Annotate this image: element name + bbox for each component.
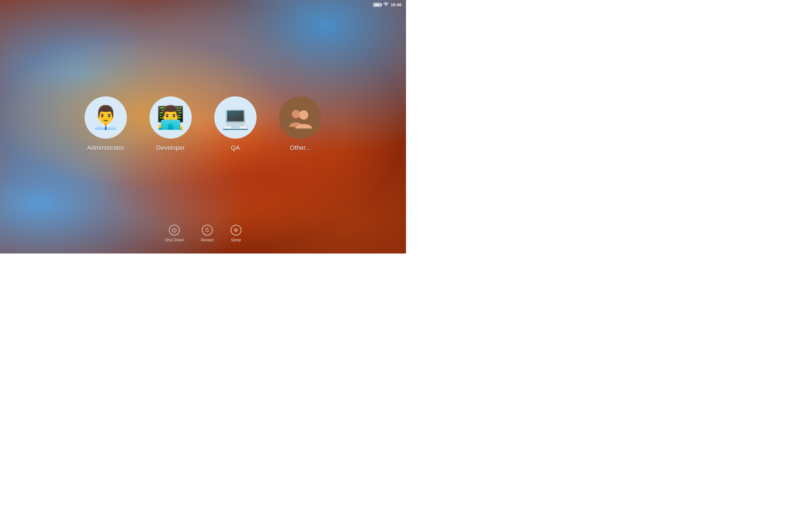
status-bar: 10:40: [369, 0, 406, 9]
shut-down-button[interactable]: Shut Down: [165, 225, 184, 242]
user-accounts: 👨‍💼 Administrator 👨‍💻 Developer 💻 QA: [85, 96, 321, 152]
user-item-administrator[interactable]: 👨‍💼 Administrator: [85, 96, 127, 152]
restart-icon: [205, 228, 210, 233]
user-avatar-developer: 👨‍💻: [149, 96, 192, 138]
user-name-qa: QA: [231, 144, 240, 152]
shut-down-label: Shut Down: [165, 238, 184, 242]
wifi-icon: [384, 2, 389, 7]
restart-button[interactable]: Restart: [201, 225, 214, 242]
sleep-icon: [234, 228, 239, 233]
sleep-label: Sleep: [231, 238, 241, 242]
user-item-qa[interactable]: 💻 QA: [214, 96, 257, 152]
svg-point-2: [299, 110, 308, 120]
svg-point-0: [386, 5, 386, 6]
user-avatar-administrator: 👨‍💼: [85, 96, 127, 138]
battery-icon: [373, 3, 381, 7]
power-icon: [172, 228, 177, 233]
shut-down-icon-circle: [169, 225, 180, 235]
user-avatar-qa: 💻: [214, 96, 257, 138]
other-users-icon: [279, 96, 321, 138]
user-name-other: Other...: [290, 144, 311, 152]
sleep-icon-circle: [231, 225, 241, 235]
user-avatar-other: [279, 96, 321, 138]
time-display: 10:40: [391, 2, 402, 7]
sleep-button[interactable]: Sleep: [231, 225, 241, 242]
user-item-other[interactable]: Other...: [279, 96, 321, 152]
bottom-controls: Shut Down Restart Sleep: [165, 225, 241, 242]
user-name-administrator: Administrator: [87, 144, 124, 152]
user-item-developer[interactable]: 👨‍💻 Developer: [149, 96, 192, 152]
restart-icon-circle: [202, 225, 213, 235]
svg-point-1: [292, 110, 300, 118]
user-name-developer: Developer: [156, 144, 185, 152]
restart-label: Restart: [201, 238, 214, 242]
